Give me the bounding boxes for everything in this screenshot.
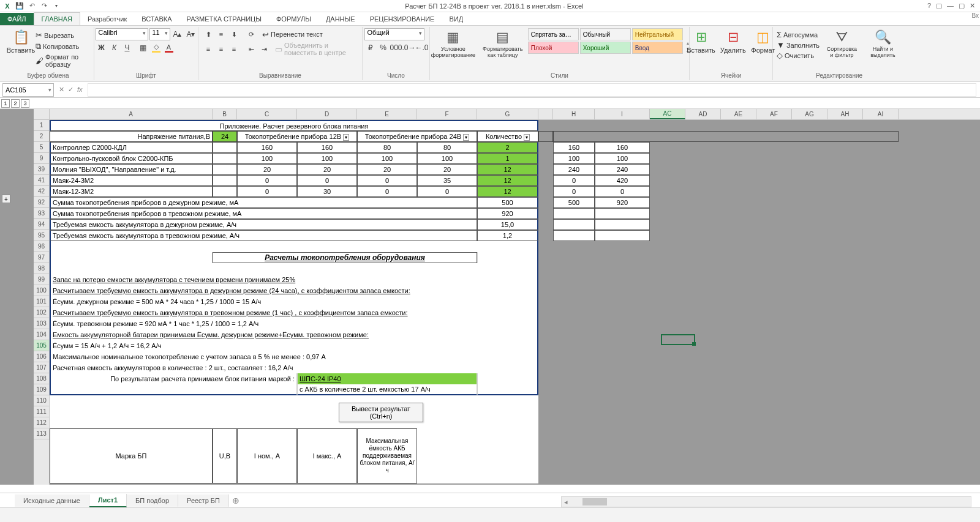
column-header[interactable]: I	[595, 109, 650, 119]
tab-data[interactable]: ДАННЫЕ	[318, 13, 363, 25]
find-select-button[interactable]: 🔍Найти и выделить	[864, 28, 902, 69]
cancel-formula-icon[interactable]: ✕	[59, 86, 64, 94]
row-header[interactable]: 100	[34, 285, 49, 296]
sheet-tab[interactable]: БП подбор	[127, 494, 178, 507]
wrap-text-button[interactable]: ↩Перенести текст	[262, 30, 323, 39]
align-center-icon[interactable]: ≡	[215, 43, 227, 55]
row-header[interactable]: 101	[34, 296, 49, 307]
fill-color-button[interactable]: ◇	[150, 42, 162, 54]
row-header[interactable]: 106	[34, 351, 49, 362]
font-size-select[interactable]: 11	[149, 28, 170, 40]
add-sheet-button[interactable]: ⊕	[229, 496, 243, 505]
decrease-indent-icon[interactable]: ⇤	[245, 43, 257, 55]
hdr-cons12[interactable]: Токопотребление прибора 12В ▾	[237, 131, 357, 142]
merge-center-button[interactable]: ▭Объединить и поместить в центре	[275, 42, 358, 56]
row-header[interactable]: 109	[34, 384, 49, 395]
hdr-qty[interactable]: Количество ▾	[477, 131, 538, 142]
maximize-icon[interactable]: ▢	[959, 2, 965, 10]
row-header[interactable]: 105	[34, 340, 49, 351]
filter-icon[interactable]: ▾	[463, 134, 469, 141]
style-cell[interactable]: Хороший	[580, 42, 631, 54]
fx-icon[interactable]: fx	[77, 86, 83, 94]
output-result-button[interactable]: Вывести результат(Ctrl+n)	[339, 403, 423, 422]
underline-button[interactable]: Ч	[121, 42, 134, 54]
row-header[interactable]: 102	[34, 307, 49, 318]
minimize-icon[interactable]: —	[947, 2, 954, 10]
horizontal-scrollbar[interactable]: ◂	[561, 496, 971, 507]
filter-icon[interactable]: ▾	[524, 134, 530, 141]
format-as-table-button[interactable]: ▤Форматировать как таблицу	[480, 28, 526, 69]
row-header[interactable]: 94	[34, 219, 49, 230]
cut-button[interactable]: ✂Вырезать	[36, 31, 90, 40]
column-header[interactable]: AG	[792, 109, 827, 119]
conditional-formatting-button[interactable]: ▦Условное форматирование	[429, 28, 478, 69]
font-name-select[interactable]: Calibri	[96, 28, 148, 40]
format-painter-button[interactable]: 🖌Формат по образцу	[36, 53, 90, 68]
row-header[interactable]: 2	[34, 131, 49, 142]
row-header[interactable]: 39	[34, 164, 49, 175]
increase-indent-icon[interactable]: ⇥	[258, 43, 270, 55]
italic-button[interactable]: К	[108, 42, 121, 54]
redo-icon[interactable]: ↷	[39, 1, 49, 11]
column-header[interactable]: AI	[863, 109, 899, 119]
name-box[interactable]: AC105	[2, 83, 54, 97]
sheet-tab[interactable]: Реестр БП	[178, 494, 229, 507]
sheet-tab[interactable]: Исходные данные	[15, 494, 89, 507]
align-left-icon[interactable]: ≡	[202, 43, 214, 55]
ribbon-options-icon[interactable]: ▢	[936, 2, 942, 10]
number-format-select[interactable]: Общий	[364, 28, 424, 40]
row-header[interactable]: 95	[34, 230, 49, 241]
delete-cells-button[interactable]: ⊟Удалить	[718, 28, 748, 69]
column-header[interactable]: AD	[685, 109, 721, 119]
row-header[interactable]: 93	[34, 208, 49, 219]
row-header[interactable]: 108	[34, 373, 49, 384]
inc-decimal-icon[interactable]: .0→	[403, 42, 415, 54]
tab-formulas[interactable]: ФОРМУЛЫ	[269, 13, 318, 25]
style-cell[interactable]: Ввод	[632, 42, 683, 54]
undo-icon[interactable]: ↶	[27, 1, 37, 11]
column-header[interactable]: AE	[721, 109, 756, 119]
column-header[interactable]: C	[237, 109, 297, 119]
column-header[interactable]: AH	[827, 109, 863, 119]
column-header[interactable]: D	[297, 109, 357, 119]
font-color-button[interactable]: A	[163, 42, 175, 54]
tab-view[interactable]: ВИД	[442, 13, 470, 25]
formula-bar[interactable]	[88, 83, 976, 97]
row-header[interactable]: 104	[34, 329, 49, 340]
sort-filter-button[interactable]: ᗊСортировка и фильтр	[823, 28, 861, 69]
dec-decimal-icon[interactable]: ←.0	[416, 42, 428, 54]
column-header[interactable]: A	[50, 109, 213, 119]
clear-button[interactable]: ◇Очистить	[777, 51, 820, 60]
column-header[interactable]: F	[417, 109, 477, 119]
currency-icon[interactable]: ₽	[364, 42, 377, 54]
style-cell[interactable]: Плохой	[528, 42, 579, 54]
column-header[interactable]: E	[357, 109, 417, 119]
orientation-icon[interactable]: ⟳	[245, 28, 257, 40]
hdr-cons24[interactable]: Токопотребление прибора 24В ▾	[357, 131, 477, 142]
row-header[interactable]: 42	[34, 186, 49, 197]
row-header[interactable]: 5	[34, 142, 49, 153]
style-cell[interactable]: Нейтральный	[632, 28, 683, 40]
row-header[interactable]: 103	[34, 318, 49, 329]
row-header[interactable]: 96	[34, 241, 49, 252]
align-right-icon[interactable]: ≡	[228, 43, 240, 55]
row-header[interactable]: 99	[34, 274, 49, 285]
tab-review[interactable]: РЕЦЕНЗИРОВАНИЕ	[363, 13, 442, 25]
row-header[interactable]: 113	[34, 428, 49, 439]
hdr-voltage-value[interactable]: 24	[213, 131, 237, 142]
row-header[interactable]: 111	[34, 406, 49, 417]
scroll-thumb[interactable]	[582, 498, 607, 505]
column-header[interactable]: B	[213, 109, 237, 119]
outline-expand-button[interactable]: +	[2, 195, 10, 203]
filter-icon[interactable]: ▾	[343, 134, 349, 141]
signin-label[interactable]: Вх	[971, 12, 979, 19]
tab-pagelayout[interactable]: РАЗМЕТКА СТРАНИЦЫ	[179, 13, 269, 25]
align-top-icon[interactable]: ⬆	[202, 28, 214, 40]
insert-cells-button[interactable]: ⊞Вставить	[684, 28, 718, 69]
row-header[interactable]: 98	[34, 263, 49, 274]
border-button[interactable]: ▦	[137, 42, 149, 54]
column-header[interactable]: AF	[756, 109, 792, 119]
row-header[interactable]: 1	[34, 120, 49, 131]
tab-developer[interactable]: Разработчик	[80, 13, 134, 25]
tab-insert[interactable]: ВСТАВКА	[134, 13, 179, 25]
